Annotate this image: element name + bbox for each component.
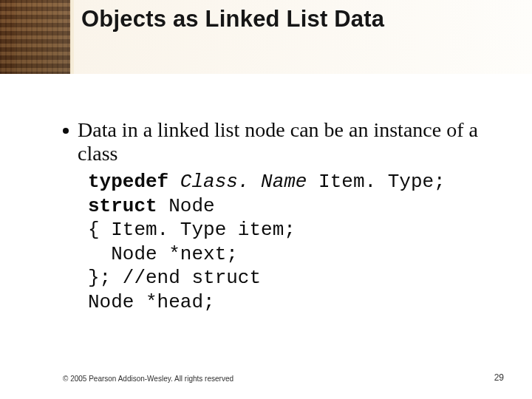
- code-l1-rest: Item. Type;: [307, 171, 445, 193]
- slide-title: Objects as Linked List Data: [81, 6, 384, 33]
- header-thumbnail: [0, 0, 70, 74]
- code-l4: Node *next;: [88, 243, 238, 265]
- bullet-text: Data in a linked list node can be an ins…: [78, 118, 484, 166]
- code-classname: Class. Name: [180, 171, 307, 193]
- code-l5: }; //end struct: [88, 267, 261, 289]
- code-l2-rest: Node: [157, 195, 215, 217]
- page-number: 29: [494, 372, 504, 383]
- code-block: typedef Class. Name Item. Type; struct N…: [88, 170, 484, 314]
- code-l3: { Item. Type item;: [88, 219, 296, 241]
- bullet-item: Data in a linked list node can be an ins…: [63, 118, 484, 166]
- footer-copyright: © 2005 Pearson Addison-Wesley. All right…: [63, 375, 233, 383]
- code-keyword-typedef: typedef: [88, 171, 168, 193]
- bullet-dot-icon: [63, 128, 69, 134]
- code-l6: Node *head;: [88, 291, 215, 313]
- code-keyword-struct: struct: [88, 195, 157, 217]
- slide-body: Data in a linked list node can be an ins…: [63, 118, 484, 314]
